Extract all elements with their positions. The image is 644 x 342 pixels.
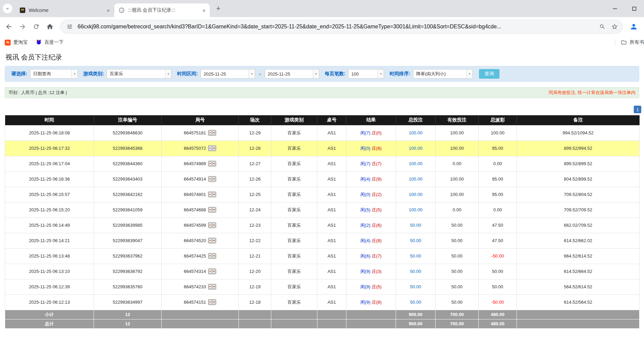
cell-note: 662.02/709.52 <box>517 218 640 233</box>
bookmarks-divider <box>615 39 615 46</box>
cell-game-type: 百家乐 <box>271 171 317 187</box>
tab-welcome[interactable]: Welcome × <box>15 3 114 17</box>
total-bet-link[interactable]: 50.00 <box>410 223 421 228</box>
cell-session: 12-24 <box>239 202 271 218</box>
cell-game-type: 百家乐 <box>271 233 317 248</box>
cell-note: 899.52/899.52 <box>517 156 640 171</box>
total-bet-link[interactable]: 100.00 <box>409 161 423 166</box>
total-bet-link[interactable]: 50.00 <box>410 284 421 289</box>
url-text: 66cxkj98.com/game/betrecord_search/kind3… <box>78 24 594 30</box>
view-cards-icon[interactable] <box>208 284 216 290</box>
column-header-9: 总派彩 <box>479 115 517 125</box>
view-cards-icon[interactable] <box>208 145 216 151</box>
chevron-down-icon[interactable]: ▾ <box>466 69 472 78</box>
zoom-icon[interactable] <box>598 24 607 30</box>
query-type-select[interactable]: 日期查询 ▾ <box>30 69 78 79</box>
table-row: 2025-11-25 06:15:20522993641059664574688… <box>5 202 640 218</box>
header-row: 时间注单编号局号场次游戏类别桌号结果总投注有效投注总派彩备注 <box>5 115 640 125</box>
cell-note: 664.52/614.52 <box>517 248 640 264</box>
cell-result: 闲(4)庄(9) <box>346 171 396 187</box>
bookmark-label: 百度一下 <box>44 39 64 45</box>
total-bet-link[interactable]: 50.00 <box>410 269 421 274</box>
cell-payout: 95.00 <box>479 141 517 156</box>
close-tab-icon[interactable]: × <box>105 7 111 13</box>
maximize-button[interactable] <box>629 3 639 14</box>
total-bet-link[interactable]: 50.00 <box>410 238 421 243</box>
column-header-8: 有效投注 <box>436 115 479 125</box>
home-button[interactable] <box>43 20 57 34</box>
sort-select[interactable]: 降幂(由大到小) ▾ <box>413 69 473 79</box>
per-page-select[interactable]: 100 ▾ <box>348 69 384 79</box>
view-cards-icon[interactable] <box>208 130 216 136</box>
subtotal-payout: 480.00 <box>479 310 517 319</box>
chevron-down-icon[interactable]: ▾ <box>313 69 319 78</box>
search-button[interactable]: 查询 <box>479 69 499 79</box>
total-bet-link[interactable]: 100.00 <box>409 192 423 197</box>
view-cards-icon[interactable] <box>208 176 216 182</box>
bookmark-baidu[interactable]: 百度一下 <box>36 39 64 46</box>
minimize-button[interactable] <box>610 3 620 14</box>
reload-button[interactable] <box>29 20 43 34</box>
cell-session: 12-21 <box>239 248 271 264</box>
back-button[interactable] <box>2 20 16 34</box>
cell-bet-id: 522993639047 <box>94 233 162 248</box>
forward-button[interactable] <box>16 20 29 34</box>
view-cards-icon[interactable] <box>208 268 216 274</box>
game-type-select[interactable]: 百家乐 ▾ <box>107 69 172 79</box>
total-payout: 480.00 <box>479 319 517 328</box>
cell-payout: -50.00 <box>479 294 517 310</box>
cell-session: 12-27 <box>239 156 271 171</box>
subtotal-count: 12 <box>94 310 162 319</box>
bet-records-table: 时间注单编号局号场次游戏类别桌号结果总投注有效投注总派彩备注 2025-11-2… <box>5 115 640 329</box>
cell-total-bet: 100.00 <box>396 156 436 171</box>
view-cards-icon[interactable] <box>208 207 216 213</box>
view-cards-icon[interactable] <box>208 161 216 167</box>
date-start-select[interactable]: 2025-11-25 ▾ <box>201 69 255 79</box>
total-bet-link[interactable]: 100.00 <box>409 176 423 182</box>
all-bookmarks[interactable]: 所有书 <box>611 36 644 49</box>
total-bet-link[interactable]: 50.00 <box>410 300 421 305</box>
total-bet-link[interactable]: 100.00 <box>409 207 423 212</box>
total-bet-link[interactable]: 50.00 <box>410 253 421 259</box>
view-cards-icon[interactable] <box>208 299 216 305</box>
cell-time: 2025-11-25 06:17:32 <box>5 141 94 156</box>
cell-payout: 0.00 <box>479 202 517 218</box>
total-bet-link[interactable]: 100.00 <box>409 130 423 135</box>
cell-valid-bet: 50.00 <box>436 279 479 294</box>
cell-valid-bet: 100.00 <box>436 171 479 187</box>
cell-session: 12-20 <box>239 264 271 279</box>
footer-empty-cell <box>346 319 396 328</box>
chevron-down-icon[interactable]: ▾ <box>71 69 78 78</box>
view-cards-icon[interactable] <box>208 192 216 197</box>
view-cards-icon[interactable] <box>208 222 216 228</box>
site-settings-tune-icon[interactable] <box>65 24 74 30</box>
betrecord-favicon-icon <box>119 8 124 13</box>
view-cards-icon[interactable] <box>208 238 216 244</box>
tab-betrecord[interactable]: :::视讯 会员下注纪录::: × <box>114 3 210 17</box>
cell-valid-bet: 50.00 <box>436 264 479 279</box>
footer-empty-cell <box>517 319 640 328</box>
view-cards-icon[interactable] <box>208 253 216 259</box>
currency-summary: 币别 : 人民币 | 总共 :12 注单 | <box>9 90 67 96</box>
bookmark-aitaobao[interactable]: 淘 爱淘宝 <box>5 39 28 45</box>
cell-bet-id: 522993644360 <box>94 156 162 171</box>
cell-table-no: AS1 <box>317 279 346 294</box>
total-bet-link[interactable]: 100.00 <box>409 146 423 151</box>
cell-note: 994.52/1094.52 <box>517 125 640 141</box>
profile-avatar-icon[interactable] <box>628 21 640 33</box>
tab-search-chevron-icon[interactable] <box>3 4 12 13</box>
column-header-6: 结果 <box>346 115 396 125</box>
bookmark-star-icon[interactable] <box>610 23 619 30</box>
chevron-down-icon[interactable]: ▾ <box>249 69 255 78</box>
page-button[interactable]: 1 <box>634 106 641 113</box>
address-bar[interactable]: 66cxkj98.com/game/betrecord_search/kind3… <box>60 20 623 34</box>
cell-result: 闲(9)庄(8) <box>346 294 396 310</box>
column-header-4: 游戏类别 <box>271 115 317 125</box>
close-tab-icon[interactable]: × <box>201 7 207 13</box>
table-row: 2025-11-25 06:13:48522993637962664574425… <box>5 248 640 264</box>
new-tab-button[interactable]: + <box>213 3 223 14</box>
cell-payout: 100.00 <box>479 125 517 141</box>
date-end-select[interactable]: 2025-11-25 ▾ <box>265 69 319 79</box>
chevron-down-icon[interactable]: ▾ <box>165 69 171 78</box>
chevron-down-icon[interactable]: ▾ <box>378 69 384 78</box>
